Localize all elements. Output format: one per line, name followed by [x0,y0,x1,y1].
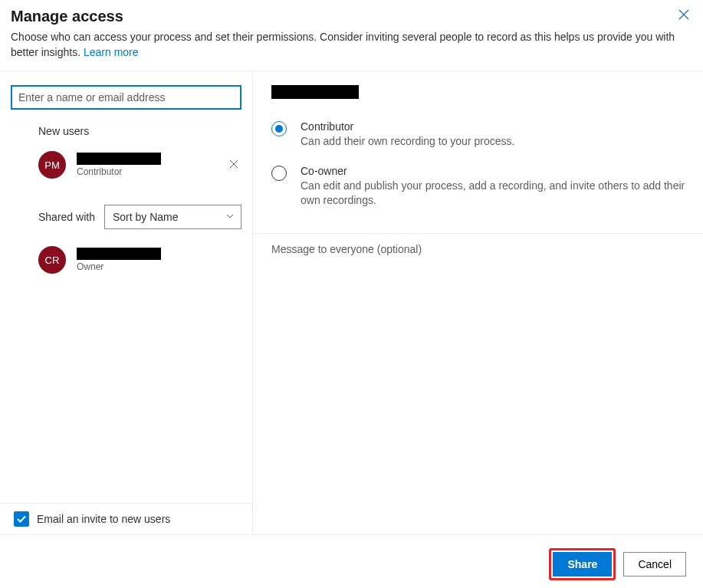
radio-coowner[interactable] [271,166,287,181]
message-textarea[interactable]: Message to everyone (optional) [253,234,703,255]
shared-user-row: CR Owner [0,243,252,277]
email-invite-label: Email an invite to new users [37,513,170,525]
new-user-row: PM Contributor [0,148,252,182]
permission-option-coowner[interactable]: Co-owner Can edit and publish your proce… [253,165,703,224]
permission-desc: Can edit and publish your process, add a… [301,179,694,209]
chevron-down-icon [225,211,235,223]
user-name-redacted [77,153,161,165]
shared-with-label: Shared with [38,211,95,223]
learn-more-link[interactable]: Learn more [84,46,139,58]
avatar: PM [38,151,66,179]
user-role: Owner [77,261,241,272]
new-users-label: New users [0,125,252,148]
user-search-input[interactable] [11,85,241,110]
cancel-button[interactable]: Cancel [623,552,686,577]
right-panel: Contributor Can add their own recording … [253,71,703,534]
permission-desc: Can add their own recording to your proc… [301,134,514,149]
selected-user-name-redacted [271,85,359,99]
share-highlight: Share [549,548,616,580]
close-icon [678,9,689,20]
dialog-subtitle: Choose who can access your process and s… [11,30,685,60]
avatar: CR [38,246,66,274]
left-panel: New users PM Contributor Shared with Sor… [0,71,253,534]
dialog-title: Manage access [11,8,692,25]
share-button[interactable]: Share [553,552,612,577]
permission-label: Contributor [301,120,514,133]
permission-label: Co-owner [301,165,694,177]
remove-user-button[interactable] [226,155,241,175]
sort-dropdown[interactable]: Sort by Name [104,205,241,229]
user-name-redacted [77,248,161,260]
check-icon [16,514,27,524]
user-role: Contributor [77,166,226,177]
permission-option-contributor[interactable]: Contributor Can add their own recording … [253,120,703,165]
email-invite-checkbox[interactable] [14,511,29,527]
close-icon [229,159,238,169]
close-button[interactable] [678,9,689,23]
radio-contributor[interactable] [271,121,287,136]
